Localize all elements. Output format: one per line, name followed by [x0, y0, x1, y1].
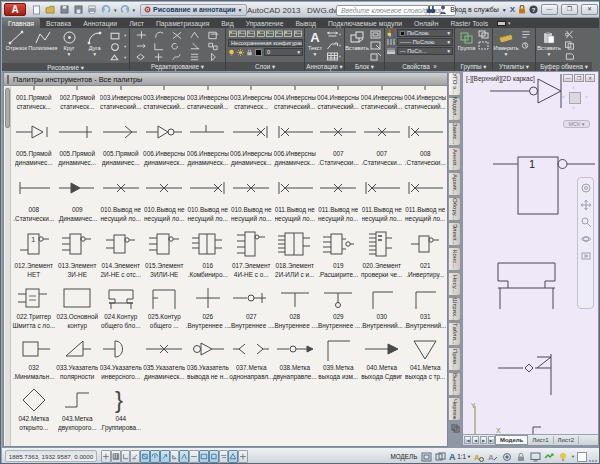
- toggle-grid[interactable]: [111, 450, 121, 463]
- group-button[interactable]: Группа: [457, 29, 476, 52]
- wcs-dropdown[interactable]: МСК ▾: [563, 120, 590, 128]
- ribbon-tab-Подключаемые модули[interactable]: Подключаемые модули: [322, 18, 408, 28]
- showmotion-icon[interactable]: [580, 250, 591, 261]
- palette-tool-010.Вывод не[interactable]: 010.Вывод ненесущий ло...: [99, 170, 143, 226]
- palette-scrollbar[interactable]: [5, 87, 11, 446]
- palette-tool-004.Инверсны[interactable]: 004.Инверсныстатический...: [360, 86, 404, 114]
- palette-tool-001.Прямой[interactable]: 001.Прямойстатическ...: [12, 86, 56, 114]
- palette-stack-icon[interactable]: [449, 423, 461, 433]
- resize-grip[interactable]: [589, 451, 598, 463]
- autodesk360-icon[interactable]: [518, 5, 526, 14]
- doc-restore-button[interactable]: ❐: [574, 74, 584, 82]
- group-tool-icon[interactable]: [477, 40, 491, 51]
- palette-tool-003.Инверсны[interactable]: 003.Инверсныстатический...: [99, 86, 143, 114]
- ribbon-tab-Главная[interactable]: Главная: [2, 18, 40, 28]
- palette-tool-028[interactable]: 028.Внутреннее ...: [273, 282, 317, 333]
- annotation-visibility-icon[interactable]: A: [473, 451, 485, 463]
- toggle-selectioncycling[interactable]: [219, 450, 229, 463]
- undo-icon[interactable]: [100, 4, 112, 16]
- palette-tab-Вынос...[interactable]: Вынос...: [449, 372, 461, 396]
- draw-button-Отрезок[interactable]: Отрезок: [4, 29, 29, 52]
- search-binoculars-icon[interactable]: [426, 5, 436, 14]
- palette-tool-006.Инверсны[interactable]: 006.Инверсныдинамическ...: [143, 114, 187, 170]
- toggle-lwt[interactable]: [189, 450, 199, 463]
- draw-tool-icon[interactable]: [108, 41, 122, 52]
- redo-icon-caret[interactable]: ▾: [133, 7, 136, 13]
- layer-color-swatch[interactable]: [255, 49, 262, 56]
- palette-tool-010.Вывод не[interactable]: 010.Вывод ненесущий ло...: [143, 170, 187, 226]
- utility-tool-icon[interactable]: [518, 40, 532, 51]
- panel-title-block[interactable]: Блок ▾: [345, 62, 384, 71]
- palette-tool-039.Метка[interactable]: 039.Меткавыхода изм...: [317, 333, 361, 384]
- autoscale-icon[interactable]: A: [487, 451, 499, 463]
- status-menu-caret-icon[interactable]: ▼: [571, 454, 575, 459]
- palette-tool-023.Основной[interactable]: 023.Основнойконтур: [56, 282, 100, 333]
- palette-tool-024.Контур[interactable]: 024.Контуробщего бло...: [99, 282, 143, 333]
- utility-tool-icon[interactable]: [518, 29, 532, 40]
- toggle-transparency[interactable]: [199, 450, 209, 463]
- layout-prev-button[interactable]: ◀: [472, 436, 479, 444]
- hardware-acceleration-icon[interactable]: [529, 451, 541, 463]
- paste-button[interactable]: Вставить▾: [538, 29, 560, 57]
- layer-tool-icon[interactable]: [247, 29, 256, 38]
- layout-first-button[interactable]: |◀: [464, 436, 471, 444]
- palette-tab-Штрих...[interactable]: Штрих...: [449, 297, 461, 321]
- layout-tab-Лист1[interactable]: Лист1: [528, 436, 553, 444]
- toggle-polar[interactable]: [130, 450, 140, 463]
- modify-tool-icon[interactable]: [132, 51, 150, 62]
- clean-screen-button[interactable]: [577, 452, 587, 462]
- palette-tab-Чертеж[interactable]: Чертеж: [449, 397, 461, 421]
- palette-tab-Табли...[interactable]: Табли...: [449, 322, 461, 346]
- palette-tool-018.Элемент[interactable]: 018.Элемент2И-ИЛИ с и...: [273, 226, 317, 282]
- palette-tool-013.Элемент[interactable]: 013.ЭлементЗИ-НЕ: [56, 226, 100, 282]
- draw-tool-caret[interactable]: ▾: [122, 41, 128, 52]
- doc-minimize-button[interactable]: —: [563, 74, 573, 82]
- ribbon-tab-Raster Tools[interactable]: Raster Tools: [444, 18, 494, 28]
- palette-tool-041.Метка[interactable]: 041.Меткавыхода с тр...: [404, 333, 448, 384]
- table-icon[interactable]: ▾: [324, 51, 343, 62]
- viewport-controls[interactable]: [-][Верхний][2D каркас]: [466, 75, 535, 82]
- palette-tool-011.Вывод не[interactable]: 011.Вывод ненесущий ло...: [273, 170, 317, 226]
- palette-tool-011.Вывод не[interactable]: 011.Вывод ненесущий ло...: [360, 170, 404, 226]
- status-bulb-icon[interactable]: [557, 451, 569, 463]
- layer-tool-icon[interactable]: [284, 29, 293, 38]
- viewcube[interactable]: ˄ ˂ ˃ ˅: [562, 85, 588, 115]
- palette-tool-031[interactable]: 031.Внутренний...: [404, 282, 448, 333]
- pan-icon[interactable]: [580, 199, 591, 210]
- layer-tool-icon[interactable]: [256, 29, 265, 38]
- palette-tool-002.Прямой[interactable]: 002.Прямойстатическ...: [56, 86, 100, 114]
- draw-tool-icon[interactable]: [108, 30, 122, 41]
- help-icon[interactable]: ?: [529, 5, 538, 14]
- modify-tool-icon[interactable]: [204, 51, 222, 62]
- panel-title-utilities[interactable]: Утилиты ▾: [493, 62, 535, 71]
- cut-icon[interactable]: [561, 29, 577, 40]
- palette-tool-005.Прямой[interactable]: 005.Прямойдинамичес...: [56, 114, 100, 170]
- modify-tool-icon[interactable]: [132, 40, 150, 51]
- sign-in-caret-icon[interactable]: ▼: [502, 7, 507, 13]
- toggle-ducs[interactable]: [170, 450, 180, 463]
- palette-tool-043.Метка[interactable]: 043.Меткадвухпорого...: [56, 384, 100, 435]
- palette-tool-044[interactable]: }044.Группирова...: [99, 384, 143, 435]
- palette-tab-Архит...[interactable]: Архит...: [449, 172, 461, 196]
- palette-tool-016[interactable]: 016.Комбиниро...: [186, 226, 230, 282]
- toggle-osnap[interactable]: [140, 450, 150, 463]
- insert-block-button[interactable]: Вставить: [347, 29, 367, 52]
- palette-tool-005.Прямой[interactable]: 005.Прямойдинамичес...: [12, 114, 56, 170]
- panel-title-draw[interactable]: Рисование ▾: [2, 63, 129, 71]
- annotation-scale-control[interactable]: A1:1▼: [448, 452, 471, 461]
- app-logo[interactable]: A: [4, 3, 26, 16]
- toggle-dyn[interactable]: [179, 450, 189, 463]
- palette-tool-032[interactable]: 032.Минимальн...: [12, 333, 56, 384]
- palette-tool-006.Инверсны[interactable]: 006.Инверсныдинамическ...: [230, 114, 274, 170]
- model-space-label[interactable]: МОДЕЛЬ: [391, 453, 418, 460]
- ribbon-tab-Вставка[interactable]: Вставка: [40, 18, 77, 28]
- layer-dropdown[interactable]: 0▾: [264, 48, 303, 56]
- toggle-snap[interactable]: [101, 450, 111, 463]
- layer-tool-icon[interactable]: [237, 29, 246, 38]
- palette-tool-034.Указатель[interactable]: 034.Указательинверсного...: [99, 333, 143, 384]
- modify-tool-icon[interactable]: [186, 29, 204, 40]
- measure-button[interactable]: Измерить▾: [495, 29, 517, 57]
- toggle-quickprop[interactable]: [209, 450, 219, 463]
- layer-tool-icon[interactable]: [293, 29, 302, 38]
- maximize-button[interactable]: ❐: [561, 4, 578, 15]
